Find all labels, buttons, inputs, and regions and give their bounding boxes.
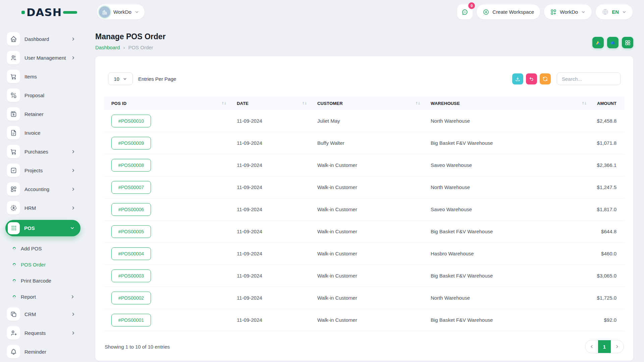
workdo-menu-button[interactable]: WorkDo: [544, 4, 592, 19]
pos-id-link[interactable]: #POS00005: [111, 225, 151, 238]
cell-warehouse: Big Basket F&V Warehouse: [423, 317, 590, 323]
brand-logo[interactable]: DASH: [21, 6, 77, 19]
onedrive-button[interactable]: [607, 37, 619, 48]
table-header-row: POS ID ↑↓ DATE ↑↓ CUSTOMER ↑↓ WAREHOUSE …: [104, 97, 625, 110]
sidebar-item-items[interactable]: Items: [0, 70, 87, 83]
google-drive-icon: [595, 40, 601, 46]
globe-icon: [602, 8, 609, 15]
cell-date: 11-09-2024: [229, 229, 310, 234]
table-row: #POS00002 11-09-2024 Walk-in Customer No…: [104, 287, 625, 309]
search-input[interactable]: [557, 72, 621, 85]
sort-icon[interactable]: ↑↓: [582, 101, 586, 106]
cell-warehouse: Big Basket F&V Warehouse: [423, 140, 590, 146]
copy-icon: [7, 307, 20, 321]
table-row: #POS00006 11-09-2024 Walk-in Customer Sa…: [104, 198, 625, 221]
column-header-warehouse[interactable]: WAREHOUSE ↑↓: [423, 101, 590, 106]
pos-id-link[interactable]: #POS00010: [111, 115, 151, 127]
chevron-down-icon: [70, 226, 75, 231]
sidebar-item-invoice[interactable]: Invoice: [0, 126, 87, 139]
cell-customer: Walk-in Customer: [310, 273, 423, 279]
sidebar-subitem-report[interactable]: Report: [0, 289, 87, 305]
sort-icon[interactable]: ↑↓: [302, 101, 307, 106]
cell-customer: Buffy Walter: [310, 140, 423, 146]
cell-date: 11-09-2024: [229, 162, 310, 168]
chevron-right-icon: [71, 330, 76, 336]
cell-amount: $1,247.5: [590, 184, 625, 190]
sidebar-item-proposal[interactable]: Proposal: [0, 88, 87, 102]
table-row: #POS00010 11-09-2024 Juliet May North Wa…: [104, 110, 625, 132]
pos-id-link[interactable]: #POS00001: [111, 314, 151, 326]
sidebar-item-hrm[interactable]: HRM: [0, 201, 87, 215]
sidebar-item-dashboard[interactable]: Dashboard: [0, 32, 87, 46]
pos-id-link[interactable]: #POS00008: [111, 159, 151, 172]
create-workspace-button[interactable]: Create Workspace: [477, 4, 540, 19]
export-button[interactable]: [512, 73, 523, 84]
cell-warehouse: North Warehouse: [423, 295, 590, 301]
sidebar-item-projects[interactable]: Projects: [0, 164, 87, 177]
sidebar-item-requests[interactable]: Requests: [0, 326, 87, 340]
cell-customer: Walk-in Customer: [310, 162, 423, 168]
users-icon: [7, 51, 20, 64]
plus-circle-icon: [483, 9, 489, 15]
refresh-button[interactable]: [540, 73, 551, 84]
undo-icon: [529, 76, 534, 82]
brand-name: DASH: [26, 6, 62, 19]
sidebar-item-accounting[interactable]: Accounting: [0, 182, 87, 196]
sidebar-item-user-management[interactable]: User Management: [0, 51, 87, 64]
sidebar-subitem-add-pos[interactable]: Add POS: [0, 240, 87, 256]
breadcrumb-dashboard-link[interactable]: Dashboard: [95, 45, 120, 50]
sidebar-item-purchases[interactable]: Purchases: [0, 145, 87, 158]
previous-page-button[interactable]: [585, 340, 598, 353]
sort-icon[interactable]: ↑↓: [415, 101, 420, 106]
cell-amount: $1,817.0: [590, 206, 625, 212]
cell-customer: Walk-in Customer: [310, 229, 423, 234]
grid-view-button[interactable]: [622, 37, 633, 48]
sidebar-item-crm[interactable]: CRM: [0, 307, 87, 321]
table-row: #POS00003 11-09-2024 Walk-in Customer Bi…: [104, 265, 625, 287]
column-header-date[interactable]: DATE ↑↓: [229, 101, 310, 106]
column-header-customer[interactable]: CUSTOMER ↑↓: [310, 101, 423, 106]
chevron-right-icon: [71, 37, 76, 42]
cell-customer: Juliet May: [310, 118, 423, 124]
breadcrumb: Dashboard › POS Order: [95, 45, 166, 50]
chevron-right-icon: [70, 294, 75, 299]
column-header-pos-id[interactable]: POS ID ↑↓: [104, 101, 229, 106]
grid-dots-icon: [8, 222, 20, 234]
download-icon: [515, 76, 521, 82]
entries-per-page-select[interactable]: 10: [108, 72, 133, 85]
current-page[interactable]: 1: [598, 340, 611, 353]
sort-icon[interactable]: ↑↓: [221, 101, 226, 106]
pos-id-link[interactable]: #POS00004: [111, 247, 151, 260]
chevron-right-icon: [71, 187, 76, 192]
logo-dash-icon: [63, 11, 77, 14]
table-row: #POS00001 11-09-2024 Walk-in Customer Bi…: [104, 309, 625, 331]
messages-button[interactable]: 0: [457, 4, 473, 19]
pos-id-link[interactable]: #POS00002: [111, 292, 151, 304]
sidebar-item-reminder[interactable]: Reminder: [0, 345, 87, 358]
sidebar-item-pos[interactable]: POS: [5, 220, 80, 236]
swap-icon: [7, 88, 20, 102]
reset-button[interactable]: [526, 73, 537, 84]
cell-warehouse: Saveo Warehouse: [423, 206, 590, 212]
grid-plus-icon: [550, 9, 557, 15]
sidebar-subitem-pos-order[interactable]: POS Order: [0, 256, 87, 273]
main-content: Manage POS Order Dashboard › POS Order 1…: [95, 24, 633, 362]
pos-id-link[interactable]: #POS00007: [111, 181, 151, 194]
next-page-button[interactable]: [611, 340, 624, 353]
pos-id-link[interactable]: #POS00006: [111, 203, 151, 216]
column-header-amount[interactable]: AMOUNT: [590, 101, 625, 106]
sidebar-item-retainer[interactable]: Retainer: [0, 107, 87, 121]
entries-per-page-label: Entries Per Page: [138, 76, 176, 82]
pos-id-link[interactable]: #POS00009: [111, 137, 151, 149]
language-selector[interactable]: EN: [596, 4, 633, 19]
sidebar-subitem-print-barcode[interactable]: Print Barcode: [0, 273, 87, 289]
cell-amount: $1,071.8: [590, 140, 625, 146]
breadcrumb-separator: ›: [123, 45, 125, 50]
chevron-left-icon: [589, 344, 594, 349]
cell-date: 11-09-2024: [229, 184, 310, 190]
checkbox-icon: [7, 164, 20, 177]
google-drive-button[interactable]: [592, 37, 604, 48]
pos-id-link[interactable]: #POS00003: [111, 269, 151, 282]
workspace-selector[interactable]: WorkDo: [97, 4, 145, 19]
cell-warehouse: Saveo Warehouse: [423, 162, 590, 168]
